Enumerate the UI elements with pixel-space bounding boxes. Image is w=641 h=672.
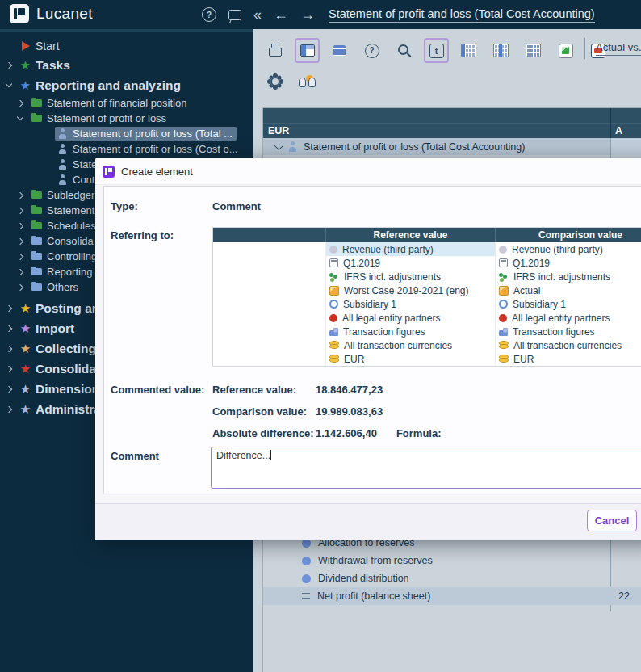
grid-row[interactable]: Dividend distribution [263, 569, 641, 587]
tree-item-body[interactable]: Statement of profit or loss (Cost o... [55, 142, 241, 156]
grid-row[interactable]: Net profit (balance sheet) 22. [263, 587, 641, 605]
currency-header[interactable]: EUR [268, 125, 289, 136]
tree-item-body[interactable]: Posting an [18, 300, 103, 317]
tree-item-body[interactable]: Schedules [29, 219, 100, 233]
tree-chevron-icon[interactable] [5, 306, 13, 311]
comparison-value-cell[interactable]: All transaction currencies [496, 338, 641, 352]
sidebar-tree-item[interactable]: Statement of profit or loss (Total ... [0, 126, 253, 141]
tree-item-body[interactable]: Dimension [18, 381, 103, 397]
tree-chevron-icon[interactable] [16, 239, 24, 244]
toolbar-button[interactable] [262, 38, 287, 63]
referring-row[interactable]: Transaction figures Transaction figures [213, 325, 641, 338]
back-icon[interactable]: ← [274, 7, 288, 22]
tree-item-body[interactable]: Reporting and analyzing [18, 78, 185, 94]
reference-value-cell[interactable]: EUR [326, 352, 496, 366]
referring-row[interactable]: IFRS incl. adjustments IFRS incl. adjust… [213, 270, 641, 284]
tree-item-body[interactable]: Subledger [29, 188, 98, 202]
reference-value-cell[interactable]: Subsidiary 1 [326, 297, 496, 311]
reference-value-cell[interactable]: All transaction currencies [326, 338, 496, 352]
tree-chevron-icon[interactable] [5, 63, 13, 68]
user-roles-icon[interactable]: → [295, 69, 320, 94]
tree-item-body[interactable]: Reporting [29, 265, 96, 279]
cancel-button[interactable]: Cancel [587, 510, 637, 531]
tree-chevron-icon[interactable] [16, 117, 24, 120]
tree-chevron-icon[interactable] [16, 270, 24, 275]
toolbar-button[interactable] [456, 38, 481, 63]
toolbar-button[interactable] [553, 38, 578, 63]
tree-chevron-icon[interactable] [5, 346, 13, 351]
tree-chevron-icon[interactable] [16, 101, 24, 106]
dialog-titlebar[interactable]: Create element [95, 158, 641, 185]
referring-row[interactable]: All legal entity partners All legal enti… [213, 311, 641, 325]
toolbar-button[interactable] [488, 38, 513, 63]
comparison-value-cell[interactable]: Subsidiary 1 [496, 297, 641, 311]
tree-item-body[interactable]: Start [18, 39, 64, 53]
tree-item-body[interactable]: Import [18, 321, 78, 337]
referring-row[interactable]: Q1.2019 Q1.2019 [213, 256, 641, 270]
tree-chevron-icon[interactable] [16, 193, 24, 198]
tree-item-body[interactable]: Statement of profit or loss [29, 111, 170, 125]
root-row-value-cell[interactable] [611, 138, 641, 155]
toolbar-button[interactable] [295, 38, 320, 63]
page-title[interactable]: Statement of profit and loss (Total Cost… [329, 7, 595, 23]
grid-row[interactable]: Withdrawal from reserves [263, 552, 641, 569]
sidebar-tree-item[interactable]: Statement of profit or loss (Cost o... [0, 141, 253, 157]
grid-root-row[interactable]: Statement of profit or loss (Total Cost … [263, 138, 641, 155]
value-column-header[interactable]: A [615, 125, 622, 136]
reference-value-cell[interactable]: Worst Case 2019-2021 (eng) [326, 284, 496, 297]
comparison-value-cell[interactable]: Revenue (third party) [496, 242, 641, 256]
referring-row[interactable]: Worst Case 2019-2021 (eng) Actual [213, 284, 641, 297]
tree-item-body[interactable]: Administra [18, 401, 105, 418]
tree-chevron-icon[interactable] [16, 285, 24, 290]
grid-row-value[interactable]: 22. [618, 590, 632, 602]
root-row-label-cell[interactable]: Statement of profit or loss (Total Cost … [263, 138, 610, 155]
tree-item-body[interactable]: Statement of financial position [29, 96, 191, 110]
tree-chevron-icon[interactable] [5, 387, 13, 392]
reference-value-cell[interactable]: All legal entity partners [326, 311, 496, 325]
tree-item-body[interactable]: Others [29, 280, 82, 294]
collapse-nav-icon[interactable]: « [253, 7, 262, 22]
comparison-value-cell[interactable]: Q1.2019 [496, 256, 641, 270]
reference-value-cell[interactable]: Transaction figures [326, 325, 496, 338]
forward-icon[interactable]: → [300, 7, 315, 22]
tree-chevron-icon[interactable] [5, 326, 13, 331]
sidebar-tree-item[interactable]: Statement of financial position [0, 95, 253, 111]
reference-value-cell[interactable]: Revenue (third party) [326, 242, 496, 256]
referring-row[interactable]: Subsidiary 1 Subsidiary 1 [213, 297, 641, 311]
tree-chevron-icon[interactable] [5, 84, 13, 86]
comparison-value-cell[interactable]: All legal entity partners [496, 311, 641, 325]
tree-chevron-icon[interactable] [16, 254, 24, 259]
comparison-value-cell[interactable]: EUR [496, 352, 641, 366]
settings-gear-icon[interactable] [262, 69, 287, 94]
toolbar-button[interactable] [327, 38, 352, 63]
reference-value-cell[interactable]: Q1.2019 [326, 256, 496, 270]
referring-row[interactable]: EUR EUR [213, 352, 641, 366]
tree-item-body[interactable]: Statement of profit or loss (Total ... [55, 127, 237, 141]
sidebar-tree-item[interactable]: Reporting and analyzing [0, 75, 253, 95]
toolbar-button[interactable] [359, 38, 384, 63]
sidebar-tree-item[interactable]: Statement of profit or loss [0, 111, 253, 126]
tree-item-body[interactable]: Collecting [18, 341, 100, 357]
toolbar-button[interactable] [521, 38, 546, 63]
tree-chevron-icon[interactable] [16, 224, 24, 229]
toolbar-button[interactable] [424, 38, 449, 63]
tree-item-body[interactable]: Statement [29, 204, 98, 217]
reference-value-cell[interactable]: IFRS incl. adjustments [326, 270, 496, 284]
tree-item-body[interactable]: Consolidat [18, 361, 104, 377]
help-icon[interactable]: ? [202, 7, 216, 22]
toolbar-button[interactable] [392, 38, 417, 63]
comment-textarea[interactable]: Difference... [211, 447, 641, 489]
tree-item-body[interactable]: Controlling [29, 250, 101, 263]
sidebar-tree-item[interactable]: Start [0, 37, 253, 55]
tree-item-body[interactable]: Consolida [29, 234, 98, 248]
comparison-value-cell[interactable]: IFRS incl. adjustments [496, 270, 641, 284]
tree-item-body[interactable]: Tasks [18, 57, 74, 74]
referring-row[interactable]: Revenue (third party) Revenue (third par… [213, 242, 641, 256]
tree-chevron-icon[interactable] [5, 407, 13, 412]
sidebar-tree-item[interactable]: Tasks [0, 55, 253, 75]
feedback-icon[interactable] [228, 10, 241, 20]
view-selector[interactable]: Actual vs. Bu [596, 41, 641, 56]
comparison-value-cell[interactable]: Actual [496, 284, 641, 297]
comparison-value-cell[interactable]: Transaction figures [496, 325, 641, 338]
tree-chevron-icon[interactable] [5, 367, 13, 372]
